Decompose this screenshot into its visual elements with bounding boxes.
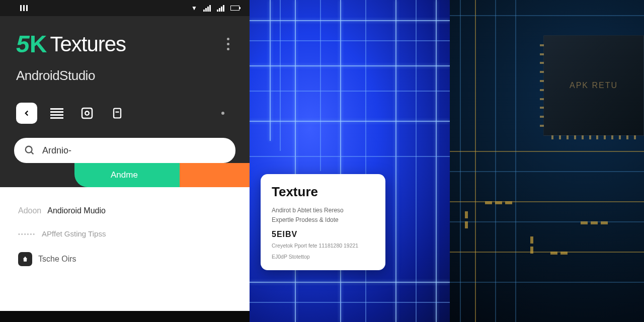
- results-list: Adoon Andioroid Mudio •••••• APffet Gsti…: [0, 187, 250, 311]
- search-container: [0, 138, 250, 163]
- svg-rect-1: [114, 109, 121, 118]
- search-bar[interactable]: [14, 138, 235, 163]
- phone-panel: ▼ 5K Textures AndroidStudio: [0, 0, 250, 322]
- search-input[interactable]: [42, 145, 225, 156]
- toolbar: [0, 94, 250, 138]
- list-icon[interactable]: [46, 103, 67, 124]
- battery-icon: [230, 6, 239, 11]
- card-meta: EJ0dP Stotettop: [272, 253, 374, 261]
- card-line: Andirot b Abtet ties Rereso: [272, 206, 374, 215]
- toolbar-dot-icon: [221, 112, 224, 115]
- card-meta: Creyetok Pport fete 11181280 19221: [272, 242, 374, 250]
- circuit-preview-blue: Texture Andirot b Abtet ties Rereso Expe…: [250, 0, 450, 322]
- action-pill-row: Andme: [0, 159, 250, 187]
- chip-label: APK RETU: [570, 81, 618, 90]
- download-icon: ▼: [191, 5, 197, 12]
- dots-icon: ••••••: [18, 231, 36, 237]
- bag-icon: [18, 252, 32, 266]
- app-header: 5K Textures AndroidStudio: [0, 16, 250, 94]
- card-title: Texture: [272, 184, 374, 200]
- primary-pill-button[interactable]: Andme: [74, 159, 250, 187]
- circuit-preview-dark: APK RETU: [450, 0, 644, 322]
- list-item[interactable]: •••••• APffet Gsting Tipss: [18, 222, 231, 245]
- svg-line-4: [31, 152, 34, 154]
- bottom-nav: [0, 311, 250, 322]
- svg-point-0: [85, 111, 89, 115]
- svg-point-3: [26, 146, 32, 153]
- status-left-icon: [20, 5, 28, 11]
- list-item[interactable]: Tsche Oirs: [18, 245, 231, 273]
- texture-card[interactable]: Texture Andirot b Abtet ties Rereso Expe…: [261, 174, 385, 270]
- back-button[interactable]: [16, 103, 37, 124]
- signal-icon: [203, 5, 211, 12]
- overflow-menu-icon[interactable]: [223, 34, 233, 54]
- status-right: ▼: [191, 5, 239, 12]
- search-icon: [24, 145, 35, 156]
- chip-pins-icon: [549, 135, 638, 139]
- brand-word: Textures: [50, 32, 126, 56]
- list-item[interactable]: Adoon Andioroid Mudio: [18, 199, 231, 222]
- status-bar: ▼: [0, 0, 250, 16]
- clipboard-icon[interactable]: [107, 103, 128, 124]
- signal-icon-2: [217, 5, 224, 12]
- cpu-chip: APK RETU: [543, 35, 644, 136]
- brand-logo: 5K Textures: [16, 30, 126, 58]
- page-subtitle: AndroidStudio: [16, 68, 233, 84]
- chip-pins-icon: [540, 41, 544, 130]
- pill-label: Andme: [111, 170, 138, 180]
- camera-icon[interactable]: [76, 103, 98, 124]
- card-line: Expertle Prodess & Idote: [272, 215, 374, 225]
- card-code: 5EIBV: [272, 230, 374, 239]
